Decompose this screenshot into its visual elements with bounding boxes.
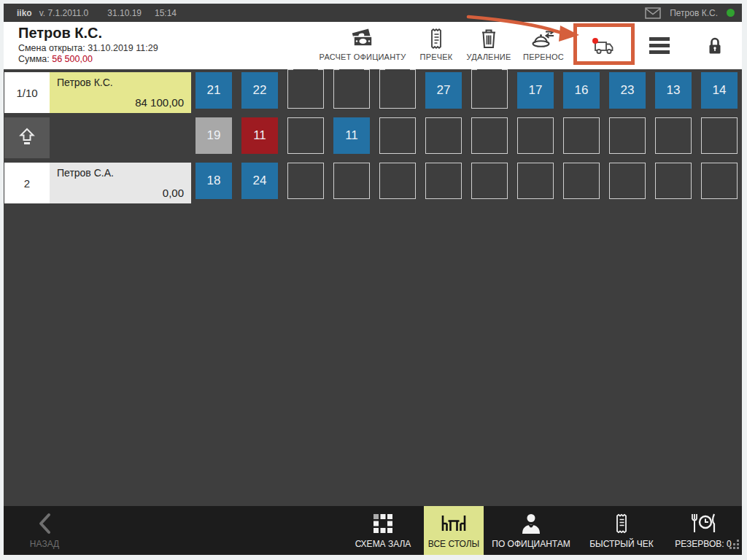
delivery-button[interactable] <box>573 22 635 69</box>
menu-button[interactable] <box>641 22 678 69</box>
empty-table-cell[interactable] <box>701 163 738 199</box>
connection-status-dot <box>727 9 735 17</box>
empty-table-cell[interactable] <box>517 117 554 154</box>
trash-icon <box>479 26 499 52</box>
table-cell-22[interactable]: 22 <box>241 72 278 109</box>
empty-table-cell[interactable] <box>333 69 370 109</box>
quick-check-button[interactable]: БЫСТРЫЙ ЧЕК <box>578 506 665 555</box>
bottom-bar: НАЗАД СХЕМА ЗАЛА <box>4 506 742 555</box>
all-tables-button[interactable]: ВСЕ СТОЛЫ <box>424 506 484 555</box>
current-user: Петров К.С. <box>670 8 718 18</box>
waiter-index: 2 <box>4 163 50 203</box>
delivery-truck-icon <box>588 33 620 59</box>
table-cell-11[interactable]: 11 <box>241 117 278 154</box>
waiters-sidebar: 1/10 Петров К.С. 84 100,00 2 <box>4 72 191 506</box>
transfer-cloche-icon <box>530 26 557 52</box>
shift-sum: Сумма: 56 500,00 <box>18 54 158 64</box>
by-waiters-button[interactable]: ПО ОФИЦИАНТАМ <box>484 506 578 555</box>
empty-table-cell[interactable] <box>287 163 324 199</box>
shift-sum-value: 56 500,00 <box>52 54 93 64</box>
table-cell-23[interactable]: 23 <box>609 72 646 109</box>
waiter-name: Петров С.А. <box>57 167 114 179</box>
table-cell-13[interactable]: 13 <box>655 72 692 109</box>
waiter-index: 1/10 <box>4 72 50 113</box>
table-cell-17[interactable]: 17 <box>517 72 554 109</box>
receipt-icon <box>612 511 631 536</box>
hamburger-icon <box>649 33 670 59</box>
back-button[interactable]: НАЗАД <box>14 506 75 555</box>
empty-table-cell[interactable] <box>563 163 600 199</box>
empty-table-cell[interactable] <box>471 69 508 109</box>
table-cell-16[interactable]: 16 <box>563 72 600 109</box>
tables-icon <box>440 511 468 536</box>
chevron-left-icon <box>36 511 53 536</box>
empty-table-cell[interactable] <box>379 69 416 109</box>
lock-icon <box>705 33 724 59</box>
empty-table-cell[interactable] <box>701 117 738 154</box>
empty-table-cell[interactable] <box>517 163 554 199</box>
waiter-amount: 84 100,00 <box>135 96 184 109</box>
table-cell-21[interactable]: 21 <box>196 72 232 109</box>
hall-scheme-button[interactable]: СХЕМА ЗАЛА <box>342 506 424 555</box>
empty-table-cell[interactable] <box>655 117 692 154</box>
status-time: 15:14 <box>155 8 177 18</box>
transfer-button[interactable]: ПЕРЕНОС <box>512 22 575 69</box>
empty-table-cell[interactable] <box>333 163 370 199</box>
empty-table-cell[interactable] <box>379 163 416 199</box>
tables-grid: 21222717162313141911111824 <box>196 72 738 506</box>
waiter-icon <box>521 511 541 536</box>
table-cell-18[interactable]: 18 <box>196 163 232 199</box>
table-cell-19[interactable]: 19 <box>196 117 232 154</box>
tables-area: 1/10 Петров К.С. 84 100,00 2 <box>4 69 742 506</box>
empty-table-cell[interactable] <box>609 163 646 199</box>
resize-grip[interactable] <box>729 540 740 553</box>
empty-table-cell[interactable] <box>287 69 324 109</box>
empty-table-cell[interactable] <box>471 163 508 199</box>
empty-table-cell[interactable] <box>425 163 462 199</box>
reservation-icon <box>689 511 717 536</box>
pay-waiter-button[interactable]: РАСЧЕТ ОФИЦИАНТУ <box>315 22 410 69</box>
empty-table-cell[interactable] <box>471 117 508 154</box>
waiter-row-other[interactable]: 2 Петров С.А. 0,00 <box>4 163 191 203</box>
table-cell-27[interactable]: 27 <box>425 72 462 109</box>
receipt-icon <box>427 26 446 52</box>
banknotes-icon <box>349 26 376 52</box>
waiter-amount: 0,00 <box>163 187 184 199</box>
table-cell-11[interactable]: 11 <box>333 117 370 154</box>
mail-icon[interactable] <box>645 7 661 19</box>
move-up-button[interactable] <box>4 117 50 158</box>
shift-info: Смена открыта: 31.10.2019 11:29 <box>18 43 158 53</box>
top-status-bar: iiko v. 7.1.2011.0 31.10.19 15:14 Петров… <box>4 4 742 22</box>
move-up-row <box>4 117 191 158</box>
status-date: 31.10.19 <box>107 8 142 18</box>
arrow-up-icon <box>15 125 39 151</box>
waiter-name: Петров К.С. <box>57 77 113 88</box>
app-logo: iiko <box>17 8 32 18</box>
empty-table-cell[interactable] <box>425 117 462 154</box>
empty-table-cell[interactable] <box>379 117 416 154</box>
lock-button[interactable] <box>697 22 733 69</box>
table-cell-14[interactable]: 14 <box>701 72 738 109</box>
floor-plan-icon <box>373 511 393 536</box>
empty-table-cell[interactable] <box>287 117 324 154</box>
header: Петров К.С. Смена открыта: 31.10.2019 11… <box>4 22 742 69</box>
app-window: iiko v. 7.1.2011.0 31.10.19 15:14 Петров… <box>0 0 747 560</box>
table-cell-24[interactable]: 24 <box>241 163 278 199</box>
waiter-row-current[interactable]: 1/10 Петров К.С. 84 100,00 <box>4 72 191 113</box>
empty-table-cell[interactable] <box>563 117 600 154</box>
page-title: Петров К.С. <box>18 25 158 42</box>
empty-table-cell[interactable] <box>655 163 692 199</box>
delete-button[interactable]: УДАЛЕНИЕ <box>457 22 520 69</box>
empty-table-cell[interactable] <box>609 117 646 154</box>
precheck-button[interactable]: ПРЕЧЕК <box>410 22 462 69</box>
app-version: v. 7.1.2011.0 <box>39 8 89 18</box>
